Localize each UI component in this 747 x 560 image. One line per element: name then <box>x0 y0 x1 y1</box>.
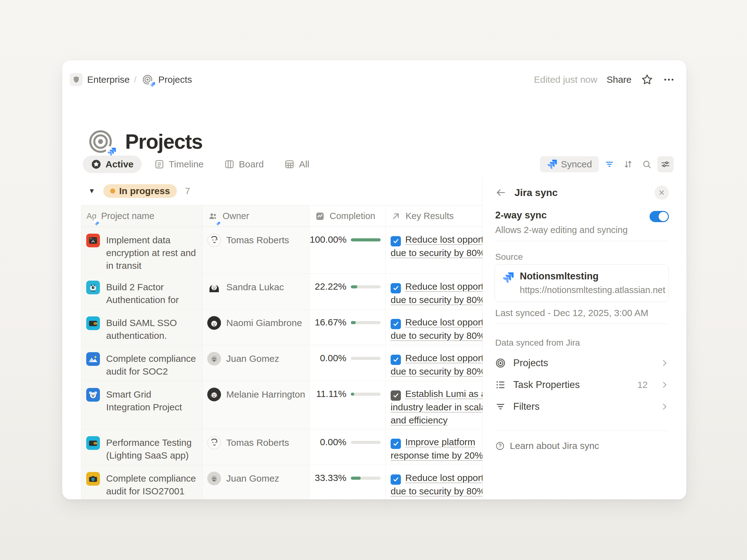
key-result-link[interactable]: Reduce lost opportu <box>405 473 483 483</box>
key-results-cell[interactable]: Improve platformresponse time by 20% <box>386 429 483 465</box>
back-arrow-icon[interactable] <box>495 187 507 198</box>
view-settings-icon[interactable] <box>658 156 673 172</box>
project-name-cell[interactable]: Complete compliance audit for SOC2 <box>81 345 203 381</box>
sort-icon[interactable] <box>620 156 636 172</box>
project-name[interactable]: Build SAML SSO authentication. <box>106 316 198 342</box>
collapse-triangle-icon[interactable]: ▼ <box>88 187 95 195</box>
project-name-cell[interactable]: Implement data encryption at rest and in… <box>81 227 203 273</box>
project-name-cell[interactable]: Build 2 Factor Authentication for ENT <box>81 274 203 309</box>
key-result-link[interactable]: Reduce lost opportu <box>405 234 483 244</box>
owner-name: Naomi Giambrone <box>226 316 302 330</box>
tab-active[interactable]: Active <box>83 156 141 173</box>
synced-item-task-properties[interactable]: Task Properties12 <box>495 374 669 396</box>
synced-item-projects[interactable]: Projects <box>495 352 669 374</box>
owner-cell[interactable]: Sandra Lukac <box>203 274 310 309</box>
completion-cell[interactable]: 11.11% <box>310 381 386 429</box>
close-icon[interactable] <box>654 185 669 200</box>
owner-cell[interactable]: Tomas Roberts <box>203 429 310 465</box>
project-name[interactable]: Smart Grid Integration Project <box>106 388 198 414</box>
two-way-sync-toggle[interactable] <box>650 211 669 222</box>
source-url: https://notionsmltesting.atlassian.net <box>520 285 665 295</box>
breadcrumb-page[interactable]: Projects <box>158 74 192 85</box>
completion-cell[interactable]: 33.33% <box>310 465 386 499</box>
key-result-link[interactable]: due to security by 80% <box>391 295 483 305</box>
table-row: Complete compliance audit for ISO27001Ju… <box>81 465 483 499</box>
key-result-link[interactable]: and efficiency <box>391 415 447 425</box>
key-result-link[interactable]: Reduce lost opportu <box>405 353 483 363</box>
owner-cell[interactable]: Juan Gomez <box>203 465 310 499</box>
completion-cell[interactable]: 100.00% <box>310 227 386 273</box>
key-result-link[interactable]: due to security by 80% <box>391 366 483 376</box>
key-result-link[interactable]: industry leader in scala <box>391 402 483 412</box>
workspace-shield-icon[interactable] <box>70 73 83 86</box>
column-header-project-name[interactable]: AgProject name <box>81 206 203 226</box>
key-results-cell[interactable]: Reduce lost opportudue to security by 80… <box>386 465 483 499</box>
projects-target-icon[interactable] <box>141 73 154 86</box>
project-name-cell[interactable]: Complete compliance audit for ISO27001 <box>81 465 203 499</box>
column-header-completion[interactable]: Completion <box>310 206 386 226</box>
column-label: Project name <box>101 211 154 221</box>
key-result-link[interactable]: Establish Lumi as a <box>405 389 483 399</box>
owner-name: Melanie Harrington <box>226 387 305 402</box>
key-result-checkbox[interactable] <box>391 355 401 365</box>
project-name[interactable]: Performance Testing (Lighting SaaS app) <box>106 436 198 462</box>
project-name-cell[interactable]: Build SAML SSO authentication. <box>81 310 203 345</box>
project-name[interactable]: Complete compliance audit for ISO27001 <box>106 472 198 498</box>
key-result-checkbox[interactable] <box>391 236 401 246</box>
key-result-link[interactable]: due to security by 80% <box>391 248 483 258</box>
key-results-cell[interactable]: Reduce lost opportudue to security by 80… <box>386 345 483 381</box>
owner-cell[interactable]: Melanie Harrington <box>203 381 310 429</box>
key-result-link[interactable]: Reduce lost opportu <box>405 281 483 292</box>
project-name-cell[interactable]: Smart Grid Integration Project <box>81 381 203 429</box>
source-section-label: Source <box>495 252 523 262</box>
source-card[interactable]: Notionsmltesting https://notionsmltestin… <box>495 264 669 302</box>
project-name[interactable]: Implement data encryption at rest and in… <box>106 234 198 272</box>
more-options-icon[interactable] <box>663 74 675 86</box>
synced-item-filters[interactable]: Filters <box>495 396 669 418</box>
completion-cell[interactable]: 22.22% <box>310 274 386 309</box>
key-result-checkbox[interactable] <box>391 475 401 485</box>
key-results-cell[interactable]: Reduce lost opportudue to security by 80… <box>386 227 483 273</box>
key-result-checkbox[interactable] <box>391 283 401 293</box>
tab-board[interactable]: Board <box>216 156 272 173</box>
key-result-link[interactable]: response time by 20% <box>391 450 483 460</box>
key-result-link[interactable]: due to security by 80% <box>391 330 483 341</box>
search-icon[interactable] <box>639 156 655 172</box>
key-result-link[interactable]: Improve platform <box>405 437 475 447</box>
synced-button[interactable]: Synced <box>540 156 599 172</box>
share-button[interactable]: Share <box>607 74 632 85</box>
breadcrumb-workspace[interactable]: Enterprise <box>87 74 130 85</box>
key-result-checkbox[interactable] <box>391 391 401 401</box>
owner-cell[interactable]: Juan Gomez <box>203 345 310 381</box>
favorite-star-icon[interactable] <box>641 74 653 86</box>
database-toolbar: Synced <box>540 156 673 173</box>
key-result-link[interactable]: Reduce lost opportu <box>405 317 483 327</box>
completion-cell[interactable]: 16.67% <box>310 310 386 345</box>
column-header-key-results[interactable]: Key Results <box>386 206 483 226</box>
table-header-row: AgProject nameOwnerCompletionKey Results <box>81 206 483 227</box>
learn-about-jira-sync-link[interactable]: Learn about Jira sync <box>495 441 599 451</box>
key-result-checkbox[interactable] <box>391 319 401 329</box>
column-header-owner[interactable]: Owner <box>203 206 310 226</box>
progress-bar <box>351 285 381 288</box>
completion-cell[interactable]: 0.00% <box>310 429 386 465</box>
key-results-cell[interactable]: Reduce lost opportudue to security by 80… <box>386 274 483 309</box>
key-results-cell[interactable]: Establish Lumi as aindustry leader in sc… <box>386 381 483 429</box>
tab-timeline[interactable]: Timeline <box>146 156 212 173</box>
chevron-right-icon <box>660 380 669 389</box>
project-name[interactable]: Complete compliance audit for SOC2 <box>106 352 198 378</box>
owner-cell[interactable]: Naomi Giambrone <box>203 310 310 345</box>
completion-cell[interactable]: 0.00% <box>310 345 386 381</box>
status-badge[interactable]: In progress <box>103 184 177 198</box>
jira-badge-icon <box>149 81 156 88</box>
key-result-checkbox[interactable] <box>391 439 401 449</box>
filter-icon[interactable] <box>601 156 618 172</box>
tab-all[interactable]: All <box>276 156 317 173</box>
page-icon-target[interactable] <box>87 128 114 155</box>
ag-icon: Ag <box>86 211 97 221</box>
key-results-cell[interactable]: Reduce lost opportudue to security by 80… <box>386 310 483 345</box>
project-name-cell[interactable]: Performance Testing (Lighting SaaS app) <box>81 429 203 465</box>
key-result-link[interactable]: due to security by 80% <box>391 486 483 496</box>
project-name[interactable]: Build 2 Factor Authentication for ENT <box>106 281 198 309</box>
owner-cell[interactable]: Tomas Roberts <box>203 227 310 273</box>
